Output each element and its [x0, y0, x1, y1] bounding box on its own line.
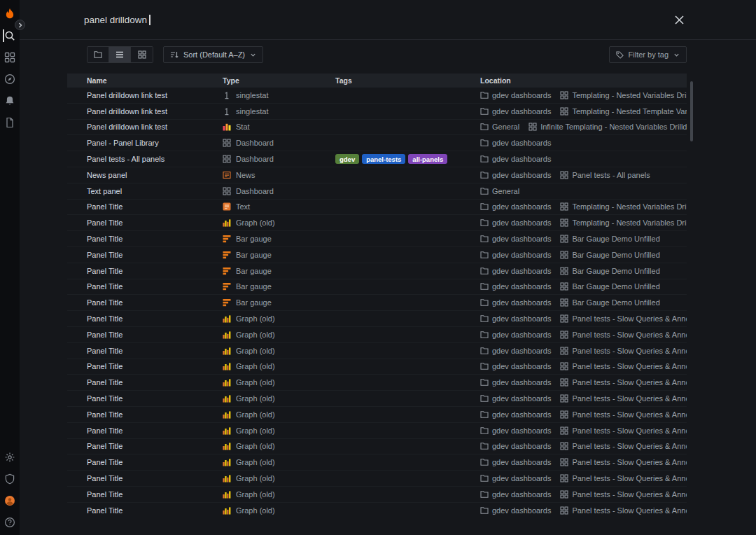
row-name-link[interactable]: Panel Title — [67, 314, 223, 323]
dashboard-grid-icon — [560, 331, 572, 339]
table-row[interactable]: Panel TitleGraph (old)gdev dashboardsPan… — [67, 311, 687, 327]
row-name-link[interactable]: Panel drilldown link test — [67, 123, 223, 131]
row-name-link[interactable]: Text panel — [67, 187, 223, 195]
row-name-link[interactable]: Panel Title — [67, 235, 223, 243]
folder-icon — [480, 139, 492, 147]
table-row[interactable]: Panel TitleTextgdev dashboardsTemplating… — [67, 200, 687, 216]
row-name-link[interactable]: Panel Title — [67, 442, 223, 450]
row-name-link[interactable]: Panel Title — [67, 347, 223, 355]
row-name-link[interactable]: Panel Title — [67, 251, 223, 259]
table-row[interactable]: Panel tests - All panelsDashboardgdevpan… — [67, 151, 687, 167]
close-icon[interactable] — [673, 13, 686, 27]
location-dashboard-label: Panel tests - Slow Queries & Annotations — [572, 314, 687, 323]
table-row[interactable]: Panel TitleGraph (old)gdev dashboardsPan… — [67, 375, 687, 391]
type-icon-graph-old — [223, 442, 231, 450]
sidebar-item-search[interactable] — [0, 30, 20, 41]
table-row[interactable]: Panel TitleGraph (old)gdev dashboardsPan… — [67, 423, 687, 439]
settings-icon — [4, 452, 15, 463]
table-row[interactable]: Panel TitleGraph (old)gdev dashboardsPan… — [67, 454, 687, 471]
table-row[interactable]: Panel drilldown link testsinglestatgdev … — [67, 104, 687, 120]
sidebar-item-explore[interactable] — [0, 74, 20, 85]
row-name-link[interactable]: Panel - Panel Library — [67, 139, 223, 147]
folder-view-button[interactable] — [88, 47, 109, 62]
search-results-section: Sort (Default A–Z) Filter by tag Name Ty… — [20, 46, 756, 516]
location-dashboard: Panel tests - Slow Queries & Annotations — [560, 331, 687, 339]
row-name-link[interactable]: Panel Title — [67, 218, 223, 227]
row-type-label: Stat — [236, 123, 250, 131]
grid-view-button[interactable] — [131, 47, 153, 62]
sort-amount-icon — [170, 50, 178, 59]
row-type-label: Graph (old) — [236, 490, 275, 499]
row-location: gdev dashboardsBar Gauge Demo Unfilled — [480, 235, 687, 243]
sidebar-item-avatar[interactable] — [0, 495, 20, 506]
sidebar-item-alerting[interactable] — [0, 95, 20, 106]
location-dashboard: Bar Gauge Demo Unfilled — [560, 267, 659, 275]
sidebar-item-document[interactable] — [0, 117, 20, 128]
row-name-link[interactable]: Panel Title — [67, 474, 223, 482]
row-name-link[interactable]: Panel Title — [67, 331, 223, 339]
scrollbar-thumb[interactable] — [690, 81, 693, 141]
alerting-icon — [4, 95, 15, 106]
table-row[interactable]: Panel TitleGraph (old)gdev dashboardsPan… — [67, 503, 687, 516]
row-name-link[interactable]: News panel — [67, 171, 223, 179]
sidebar-item-help[interactable] — [0, 517, 20, 528]
table-row[interactable]: Panel TitleBar gaugegdev dashboardsBar G… — [67, 231, 687, 247]
sidebar-expand-button[interactable] — [15, 20, 25, 30]
table-row[interactable]: Panel TitleGraph (old)gdev dashboardsPan… — [67, 407, 687, 423]
sidebar-item-grafana-logo[interactable] — [0, 8, 20, 20]
row-name-link[interactable]: Panel Title — [67, 506, 223, 515]
sidebar-item-dashboards[interactable] — [0, 52, 20, 63]
table-row[interactable]: Panel - Panel LibraryDashboardgdev dashb… — [67, 135, 687, 151]
location-dashboard: Infinite Templating - Nested Variables D… — [528, 123, 687, 131]
view-toggle-group — [87, 46, 153, 63]
row-type: Bar gauge — [223, 282, 335, 291]
row-type: Graph (old) — [223, 458, 335, 466]
filter-by-tag-dropdown[interactable]: Filter by tag — [609, 46, 687, 63]
row-name-link[interactable]: Panel Title — [67, 282, 223, 291]
sort-dropdown[interactable]: Sort (Default A–Z) — [163, 46, 263, 63]
location-dashboard-label: Bar Gauge Demo Unfilled — [572, 298, 659, 307]
table-row[interactable]: Panel drilldown link testStatGeneralInfi… — [67, 120, 687, 136]
folder-icon — [480, 298, 492, 307]
sidebar — [0, 0, 20, 535]
list-view-button[interactable] — [109, 47, 131, 62]
row-name-link[interactable]: Panel Title — [67, 394, 223, 403]
row-type: singlestat — [223, 91, 335, 99]
row-name-link[interactable]: Panel Title — [67, 458, 223, 466]
location-folder-label: gdev dashboards — [492, 506, 551, 515]
folder-icon — [480, 394, 492, 403]
table-row[interactable]: Text panelDashboardGeneral — [67, 183, 687, 200]
row-name-link[interactable]: Panel drilldown link test — [67, 107, 223, 116]
row-name-link[interactable]: Panel Title — [67, 410, 223, 419]
tag-all-panels[interactable]: all-panels — [408, 154, 447, 164]
row-name-link[interactable]: Panel tests - All panels — [67, 155, 223, 163]
row-name-link[interactable]: Panel Title — [67, 378, 223, 387]
row-name-link[interactable]: Panel Title — [67, 202, 223, 211]
table-row[interactable]: Panel TitleGraph (old)gdev dashboardsPan… — [67, 439, 687, 455]
tag-panel-tests[interactable]: panel-tests — [362, 154, 405, 164]
row-name-link[interactable]: Panel Title — [67, 267, 223, 275]
table-row[interactable]: Panel TitleGraph (old)gdev dashboardsPan… — [67, 391, 687, 407]
row-name-link[interactable]: Panel Title — [67, 298, 223, 307]
table-row[interactable]: Panel TitleBar gaugegdev dashboardsBar G… — [67, 279, 687, 296]
sidebar-item-shield[interactable] — [0, 473, 20, 485]
table-row[interactable]: Panel TitleGraph (old)gdev dashboardsPan… — [67, 359, 687, 375]
table-row[interactable]: Panel drilldown link testsinglestatgdev … — [67, 88, 687, 104]
table-row[interactable]: Panel TitleBar gaugegdev dashboardsBar G… — [67, 263, 687, 279]
search-input[interactable]: panel drilldown — [84, 0, 664, 39]
table-row[interactable]: Panel TitleGraph (old)gdev dashboardsPan… — [67, 327, 687, 343]
table-row[interactable]: Panel TitleGraph (old)gdev dashboardsPan… — [67, 471, 687, 487]
table-row[interactable]: News panelNewsgdev dashboardsPanel tests… — [67, 167, 687, 183]
table-row[interactable]: Panel TitleGraph (old)gdev dashboardsTem… — [67, 215, 687, 231]
table-row[interactable]: Panel TitleBar gaugegdev dashboardsBar G… — [67, 295, 687, 311]
table-row[interactable]: Panel TitleGraph (old)gdev dashboardsPan… — [67, 487, 687, 503]
row-type-label: singlestat — [236, 91, 268, 99]
sidebar-item-settings[interactable] — [0, 452, 20, 463]
table-row[interactable]: Panel TitleBar gaugegdev dashboardsBar G… — [67, 247, 687, 263]
row-name-link[interactable]: Panel Title — [67, 490, 223, 499]
row-name-link[interactable]: Panel Title — [67, 362, 223, 370]
row-name-link[interactable]: Panel drilldown link test — [67, 91, 223, 99]
row-name-link[interactable]: Panel Title — [67, 426, 223, 435]
tag-gdev[interactable]: gdev — [335, 154, 359, 164]
table-row[interactable]: Panel TitleGraph (old)gdev dashboardsPan… — [67, 343, 687, 359]
